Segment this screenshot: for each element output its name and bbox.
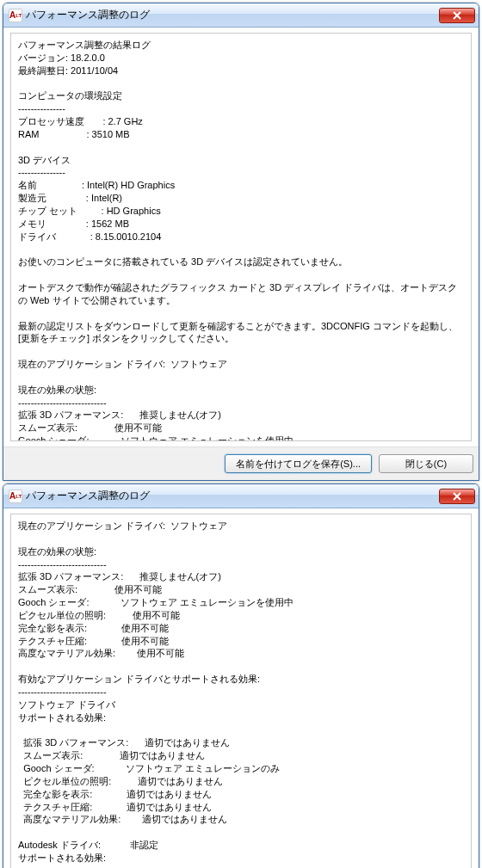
close-button[interactable]: 閉じる(C) bbox=[379, 454, 473, 473]
content-pane: パフォーマンス調整の結果ログ バージョン: 18.2.0.0 最終調整日: 20… bbox=[3, 28, 479, 446]
window-close-button[interactable] bbox=[439, 8, 475, 23]
close-icon bbox=[453, 11, 461, 20]
log-textarea[interactable]: パフォーマンス調整の結果ログ バージョン: 18.2.0.0 最終調整日: 20… bbox=[10, 33, 472, 441]
window-title: パフォーマンス調整のログ bbox=[26, 489, 439, 503]
titlebar[interactable]: ALT パフォーマンス調整のログ bbox=[3, 484, 479, 508]
window-close-button[interactable] bbox=[439, 489, 475, 504]
titlebar[interactable]: ALT パフォーマンス調整のログ bbox=[3, 3, 479, 28]
app-icon: ALT bbox=[9, 489, 22, 503]
log-text: パフォーマンス調整の結果ログ バージョン: 18.2.0.0 最終調整日: 20… bbox=[18, 39, 464, 441]
dialog-window: ALT パフォーマンス調整のログ パフォーマンス調整の結果ログ バージョン: 1… bbox=[3, 3, 479, 481]
app-icon: ALT bbox=[9, 9, 22, 22]
log-textarea[interactable]: 現在のアプリケーション ドライバ: ソフトウェア 現在の効果の状態: -----… bbox=[10, 514, 472, 868]
button-bar: 名前を付けてログを保存(S)... 閉じる(C) bbox=[3, 446, 479, 480]
close-icon bbox=[453, 492, 461, 501]
log-text: 現在のアプリケーション ドライバ: ソフトウェア 現在の効果の状態: -----… bbox=[18, 520, 464, 868]
dialog-window: ALT パフォーマンス調整のログ 現在のアプリケーション ドライバ: ソフトウェ… bbox=[3, 483, 479, 868]
window-title: パフォーマンス調整のログ bbox=[26, 8, 439, 22]
save-log-button[interactable]: 名前を付けてログを保存(S)... bbox=[225, 454, 372, 473]
content-pane: 現在のアプリケーション ドライバ: ソフトウェア 現在の効果の状態: -----… bbox=[3, 508, 479, 868]
